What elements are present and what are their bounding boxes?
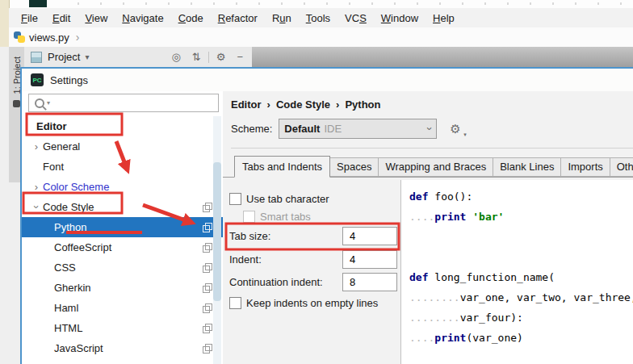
code-style-tab-bar: Tabs and IndentsSpacesWrapping and Brace…: [223, 156, 633, 178]
breadcrumb-python[interactable]: Python: [345, 98, 380, 111]
chevron-down-icon[interactable]: ▾: [85, 52, 89, 61]
scheme-label: Scheme:: [231, 123, 272, 135]
breadcrumb-editor[interactable]: Editor: [231, 98, 262, 111]
tree-item-css[interactable]: CSS: [22, 257, 223, 278]
tree-item-coffeescript[interactable]: CoffeeScript: [22, 237, 223, 257]
tree-item-font[interactable]: Font: [22, 157, 223, 177]
pycharm-logo-icon: PC: [31, 73, 44, 86]
separator-line: [231, 148, 633, 149]
menu-refactor[interactable]: Refactor: [211, 12, 265, 24]
tree-item-label: Code Style: [43, 201, 94, 213]
tree-scrollbar[interactable]: [213, 116, 221, 364]
menu-code[interactable]: Code: [171, 12, 211, 24]
structure-icon[interactable]: [13, 100, 20, 107]
scheme-gear-icon[interactable]: ⚙▾: [450, 122, 460, 136]
scheme-select[interactable]: Default IDE ›: [279, 119, 437, 139]
tree-item-label: HTML: [54, 322, 82, 334]
project-panel-header: Project ▾ ◎⇅⚙−: [24, 47, 252, 67]
code-line: ....print(var_one): [409, 328, 633, 348]
tab-blank-lines[interactable]: Blank Lines: [493, 157, 561, 177]
use-tab-character-row: Use tab character: [229, 193, 329, 205]
hide-icon[interactable]: −: [231, 50, 249, 65]
tree-item-javascript[interactable]: JavaScript: [22, 338, 223, 358]
tree-item-gherkin[interactable]: Gherkin: [22, 278, 223, 298]
menu-tools[interactable]: Tools: [299, 12, 337, 24]
settings-search-box[interactable]: ▾: [28, 94, 219, 112]
tree-item-general[interactable]: ›General: [22, 136, 223, 157]
keep-indents-label: Keep indents on empty lines: [246, 297, 378, 309]
tree-item-color-scheme[interactable]: ›Color Scheme: [22, 177, 223, 197]
tree-item-json[interactable]: JSON: [22, 358, 223, 364]
search-input[interactable]: [50, 96, 218, 110]
chevron-right-icon: ›: [267, 98, 270, 111]
use-tab-character-label: Use tab character: [246, 193, 329, 205]
tree-item-editor[interactable]: Editor: [22, 116, 223, 136]
tab-imports[interactable]: Imports: [560, 157, 610, 177]
menu-view[interactable]: View: [78, 12, 115, 24]
tab-other[interactable]: Other: [610, 157, 633, 177]
tab-spaces[interactable]: Spaces: [329, 157, 379, 177]
menu-help[interactable]: Help: [425, 12, 462, 24]
scheme-selected-value: Default: [284, 123, 320, 135]
code-preview-panel: def foo():....print 'bar'def long_functi…: [401, 180, 633, 364]
smart-tabs-row: Smart tabs: [243, 211, 311, 223]
search-icon: [35, 98, 44, 108]
tab-wrapping-and-braces[interactable]: Wrapping and Braces: [378, 157, 493, 177]
pycharm-window: FileEditViewNavigateCodeRefactorRunTools…: [0, 0, 633, 364]
breadcrumb-file[interactable]: views.py: [29, 31, 69, 44]
tree-item-haml[interactable]: Haml: [22, 298, 223, 318]
chevron-right-icon: ›: [336, 98, 339, 111]
tree-item-label: Gherkin: [54, 282, 91, 294]
ruler-ticks: [57, 2, 633, 5]
project-panel-title[interactable]: Project: [48, 51, 80, 63]
project-tool-window-icon: [31, 52, 42, 63]
tree-item-code-style[interactable]: ›Code Style: [22, 197, 223, 217]
tree-item-label: Font: [43, 161, 64, 173]
per-language-settings-icon: [203, 303, 212, 312]
continuation-indent-label: Continuation indent:: [229, 276, 323, 288]
keep-indents-checkbox[interactable]: [229, 297, 241, 309]
chevron-closed-icon[interactable]: ›: [30, 181, 43, 193]
menu-file[interactable]: File: [14, 12, 45, 24]
settings-icon[interactable]: ⚙: [211, 50, 232, 65]
per-language-settings-icon: [203, 203, 212, 211]
tree-item-label: Haml: [54, 302, 78, 314]
settings-tree-panel: ▾ Editor›GeneralFont›Color Scheme›Code S…: [22, 91, 224, 364]
tab-size-label: Tab size:: [229, 230, 270, 242]
tree-scrollbar-thumb[interactable]: [213, 162, 221, 302]
menu-edit[interactable]: Edit: [45, 12, 78, 24]
per-language-settings-icon: [203, 344, 212, 353]
settings-dialog-title: Settings: [50, 74, 88, 86]
tab-size-row: Tab size:: [229, 227, 397, 245]
per-language-settings-icon: [203, 223, 212, 232]
chevron-closed-icon[interactable]: ›: [30, 140, 43, 153]
collapse-all-icon[interactable]: ⇅: [187, 50, 207, 65]
tree-item-label: JavaScript: [54, 342, 103, 354]
code-line: ........var_four):: [409, 308, 633, 328]
tree-item-python[interactable]: Python: [22, 217, 223, 237]
tree-item-label: CoffeeScript: [54, 241, 111, 253]
chevron-down-icon: ▾: [463, 132, 467, 138]
indent-row: Indent:: [229, 250, 397, 269]
menu-run[interactable]: Run: [265, 12, 299, 24]
chevron-open-icon[interactable]: ›: [31, 201, 43, 214]
breadcrumb-code-style[interactable]: Code Style: [276, 98, 330, 111]
continuation-indent-input[interactable]: [342, 273, 397, 291]
indent-input[interactable]: [342, 250, 397, 269]
tab-size-input[interactable]: [342, 227, 397, 245]
settings-dialog-titlebar[interactable]: PC Settings: [22, 69, 633, 91]
locate-icon[interactable]: ◎: [166, 50, 187, 65]
tree-item-html[interactable]: HTML: [22, 318, 223, 338]
menu-navigate[interactable]: Navigate: [115, 12, 170, 24]
navigation-bar: views.py ›: [9, 27, 633, 48]
chevron-right-icon: ›: [76, 31, 80, 44]
code-line: [409, 227, 633, 247]
menu-vcs[interactable]: VCS: [337, 12, 374, 24]
keep-indents-row: Keep indents on empty lines: [229, 297, 378, 309]
use-tab-character-checkbox[interactable]: [229, 193, 241, 205]
code-line: [409, 247, 633, 267]
menu-window[interactable]: Window: [374, 12, 425, 24]
tab-tabs-and-indents[interactable]: Tabs and Indents: [234, 156, 330, 178]
tree-item-label: General: [43, 140, 80, 153]
project-panel-toolbar: ◎⇅⚙−: [166, 50, 249, 65]
